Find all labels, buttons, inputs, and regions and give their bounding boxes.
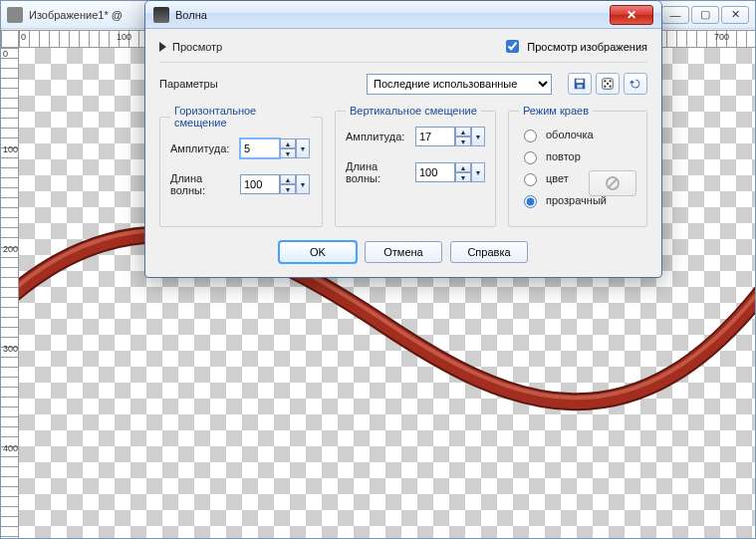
svg-point-6 [607,83,609,85]
svg-point-4 [604,80,606,82]
v-wavelength-label: Длина волны: [346,160,409,184]
close-button[interactable]: ✕ [721,6,749,24]
maximize-button[interactable]: ▢ [691,6,719,24]
dialog-close-button[interactable]: ✕ [610,5,653,25]
h-amp-dropdown[interactable]: ▼ [296,138,310,158]
edge-wrap-radio[interactable] [524,130,537,142]
svg-rect-1 [577,80,584,84]
h-wave-dropdown[interactable]: ▼ [296,174,310,194]
v-wavelength-input[interactable] [415,162,455,182]
edge-repeat-radio[interactable] [524,151,537,164]
wave-dialog: Волна ✕ Просмотр Просмотр изображения Па… [144,0,662,278]
dialog-titlebar[interactable]: Волна ✕ [145,1,661,29]
ruler-corner [1,30,19,48]
svg-rect-2 [577,85,582,89]
dialog-title: Волна [175,9,207,21]
h-amplitude-input[interactable] [240,138,280,158]
h-amplitude-label: Амплитуда: [170,142,234,154]
v-wave-up[interactable]: ▲ [455,162,471,172]
preview-image-label: Просмотр изображения [527,41,647,53]
v-amp-up[interactable]: ▲ [455,127,471,136]
save-preset-button[interactable] [568,73,592,95]
minimize-button[interactable]: — [661,6,689,24]
h-wavelength-label: Длина волны: [170,172,234,196]
reset-preset-button[interactable] [624,73,647,95]
svg-point-8 [609,85,611,87]
h-wave-down[interactable]: ▼ [280,184,296,194]
vertical-offset-group: Вертикальное смещение Амплитуда: ▲▼ ▼ Дл… [335,105,496,227]
h-amp-down[interactable]: ▼ [280,148,296,158]
vertical-legend: Вертикальное смещение [346,105,481,117]
svg-point-5 [609,80,611,82]
dialog-icon [153,7,169,23]
horizontal-legend: Горизонтальное смещение [170,105,312,129]
random-preset-button[interactable] [596,73,620,95]
edge-transparent-radio[interactable] [524,195,537,208]
v-amp-dropdown[interactable]: ▼ [471,127,485,146]
svg-point-7 [604,85,606,87]
v-wave-down[interactable]: ▼ [455,172,471,182]
preview-label: Просмотр [172,41,222,53]
ok-button[interactable]: OK [279,241,357,263]
svg-line-10 [609,179,617,187]
edge-legend: Режим краев [519,105,593,117]
edge-color-button [589,170,636,196]
v-amp-down[interactable]: ▼ [455,136,471,146]
h-amp-up[interactable]: ▲ [280,138,296,148]
h-wavelength-input[interactable] [240,174,280,194]
edge-color-radio[interactable] [524,173,537,186]
help-button[interactable]: Справка [450,241,528,263]
editor-title: Изображение1* @ [29,9,123,21]
preview-image-checkbox[interactable] [506,40,519,53]
preview-expander[interactable]: Просмотр [159,41,222,53]
v-amplitude-input[interactable] [415,127,455,146]
h-wave-up[interactable]: ▲ [280,174,296,184]
cancel-button[interactable]: Отмена [365,241,442,263]
v-amplitude-label: Амплитуда: [346,131,409,142]
parameters-label: Параметры [159,78,218,90]
edge-mode-group: Режим краев оболочка повтор цвет прозрач… [508,105,647,227]
expand-icon [159,42,166,52]
horizontal-offset-group: Горизонтальное смещение Амплитуда: ▲▼ ▼ … [159,105,323,227]
v-wave-dropdown[interactable]: ▼ [471,162,485,182]
app-icon [7,7,23,23]
preset-select[interactable]: Последние использованные [367,74,552,95]
ruler-vertical: 0 100 200 300 400 500 [1,48,19,538]
